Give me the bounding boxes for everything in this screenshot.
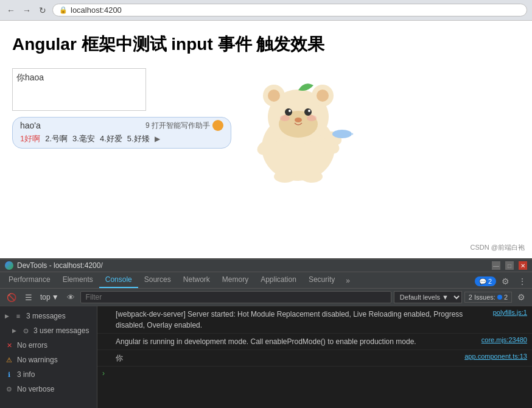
devtools-main: ≡ 3 messages ⊙ 3 user messages ✕ No erro… [0, 306, 532, 408]
svg-point-13 [307, 115, 317, 121]
info-icon: ℹ [5, 370, 13, 379]
page-title: Angular 框架中测试 input 事件 触发效果 [12, 33, 520, 56]
candidate-1[interactable]: 1好啊 [20, 133, 40, 144]
filter-input[interactable] [80, 291, 391, 303]
entry-indicator-2 [102, 336, 111, 337]
entry-link-3[interactable]: app.component.ts:13 [464, 353, 527, 360]
svg-point-19 [301, 171, 323, 183]
tab-performance[interactable]: Performance [2, 272, 57, 288]
svg-point-9 [289, 110, 291, 112]
console-entry-2: Angular is running in development mode. … [97, 334, 532, 350]
sidebar-item-info[interactable]: ℹ 3 info [0, 367, 97, 382]
messages-icon: ≡ [14, 312, 23, 320]
clear-console-button[interactable]: 🚫 [4, 292, 19, 303]
ime-hint[interactable]: 9 打开智能写作助手 [145, 120, 223, 131]
console-prompt[interactable]: › [97, 367, 532, 380]
sidebar-messages-label: 3 messages [26, 312, 66, 320]
entry-indicator-1 [102, 309, 111, 309]
settings-icon-button[interactable]: ⚙ [514, 290, 528, 304]
candidate-2[interactable]: 2.号啊 [45, 133, 68, 144]
address-bar[interactable]: 🔒 localhost:4200 [52, 4, 527, 16]
back-button[interactable]: ← [5, 4, 17, 16]
ime-input-text: hao'a [20, 121, 41, 130]
tab-more[interactable]: » [341, 273, 355, 288]
svg-point-5 [317, 90, 329, 102]
refresh-button[interactable]: ↻ [37, 4, 49, 16]
warning-icon: ⚠ [5, 356, 13, 364]
ime-next-arrow[interactable]: ▶ [155, 135, 160, 143]
filter-toggle[interactable]: ☰ [22, 292, 35, 303]
input-value: 你haoa [16, 72, 44, 82]
settings-button[interactable]: ⚙ [499, 275, 513, 288]
close-button[interactable]: ✕ [519, 261, 527, 270]
sidebar-item-user-messages[interactable]: ⊙ 3 user messages [0, 323, 97, 338]
issues-count-label: 2 Issues: [469, 294, 495, 301]
sidebar-item-messages[interactable]: ≡ 3 messages [0, 309, 97, 323]
ime-candidates: 1好啊 2.号啊 3.毫安 4.好爱 5.好矮 ▶ [20, 132, 223, 146]
sidebar-info-label: 3 info [17, 370, 35, 379]
svg-point-11 [295, 118, 302, 122]
svg-point-4 [268, 90, 280, 102]
tab-elements[interactable]: Elements [57, 272, 99, 288]
browser-nav: ← → ↻ 🔒 localhost:4200 [5, 4, 527, 20]
sidebar-item-errors[interactable]: ✕ No errors [0, 338, 97, 353]
devtools-tabs: Performance Elements Console Sources Net… [0, 272, 532, 289]
devtools-panel: DevTools - localhost:4200/ — □ ✕ Perform… [0, 258, 532, 408]
text-input-area[interactable]: 你haoa [12, 68, 146, 111]
tab-network[interactable]: Network [177, 272, 216, 288]
tab-sources[interactable]: Sources [138, 272, 177, 288]
candidate-4[interactable]: 4.好爱 [100, 133, 122, 144]
notifications-badge[interactable]: 💬 2 [475, 276, 496, 286]
svg-point-10 [308, 110, 310, 112]
issues-button[interactable]: 2 Issues: 2 [464, 292, 512, 303]
chat-icon: 💬 [479, 278, 486, 285]
tab-memory[interactable]: Memory [216, 272, 254, 288]
svg-point-18 [274, 171, 296, 183]
devtools-title: DevTools - localhost:4200/ [17, 261, 488, 270]
svg-point-12 [280, 115, 290, 121]
eye-button[interactable]: 👁 [64, 292, 78, 303]
level-dropdown[interactable]: Default levels ▼ [394, 291, 462, 303]
bear-svg [243, 68, 353, 184]
entry-link-1[interactable]: polyfills.js:1 [493, 309, 527, 316]
candidate-5[interactable]: 5.好矮 [127, 133, 150, 144]
entry-link-2[interactable]: core.mjs:23480 [481, 336, 527, 343]
sidebar-verbose-label: No verbose [17, 385, 54, 393]
entry-indicator-3 [102, 353, 111, 353]
page-content: Angular 框架中测试 input 事件 触发效果 你haoa hao'a … [0, 21, 532, 258]
user-messages-icon: ⊙ [21, 326, 30, 335]
forward-button[interactable]: → [21, 4, 33, 16]
context-dropdown[interactable]: top ▼ [38, 292, 61, 303]
console-entry-3: 你 app.component.ts:13 [97, 350, 532, 367]
prompt-arrow: › [102, 369, 105, 378]
error-icon: ✕ [5, 341, 13, 350]
sidebar-item-verbose[interactable]: ⚙ No verbose [0, 382, 97, 396]
sidebar-item-warnings[interactable]: ⚠ No warnings [0, 353, 97, 367]
devtools-console: [webpack-dev-server] Server started: Hot… [97, 306, 532, 408]
bear-illustration [243, 68, 365, 190]
candidate-3[interactable]: 3.毫安 [72, 133, 95, 144]
watermark: CSDN @前端白袍 [468, 242, 527, 253]
minimize-button[interactable]: — [492, 261, 500, 270]
devtools-sidebar: ≡ 3 messages ⊙ 3 user messages ✕ No erro… [0, 306, 97, 408]
issues-count: 2 [504, 294, 508, 301]
more-options-button[interactable]: ⋮ [515, 275, 530, 288]
svg-point-17 [332, 130, 352, 138]
lock-icon: 🔒 [59, 6, 68, 14]
tab-security[interactable]: Security [303, 272, 341, 288]
ime-container: hao'a 9 打开智能写作助手 1好啊 2.号啊 3.毫安 4.好爱 5.好矮… [12, 117, 231, 149]
svg-point-7 [285, 108, 292, 116]
devtools-titlebar: DevTools - localhost:4200/ — □ ✕ [0, 259, 532, 272]
sidebar-warnings-label: No warnings [17, 356, 58, 364]
console-entry-1: [webpack-dev-server] Server started: Hot… [97, 306, 532, 334]
devtools-tab-actions: 💬 2 ⚙ ⋮ [475, 275, 530, 288]
ime-hint-text: 9 打开智能写作助手 [145, 121, 210, 131]
devtools-toolbar: 🚫 ☰ top ▼ 👁 Default levels ▼ 2 Issues: 2… [0, 289, 532, 306]
entry-text-1: [webpack-dev-server] Server started: Hot… [116, 309, 488, 331]
tab-console[interactable]: Console [99, 272, 138, 288]
tab-application[interactable]: Application [254, 272, 303, 288]
svg-point-8 [304, 108, 312, 116]
ime-input-row: hao'a 9 打开智能写作助手 [20, 120, 223, 131]
restore-button[interactable]: □ [505, 261, 514, 270]
sidebar-errors-label: No errors [17, 341, 47, 350]
